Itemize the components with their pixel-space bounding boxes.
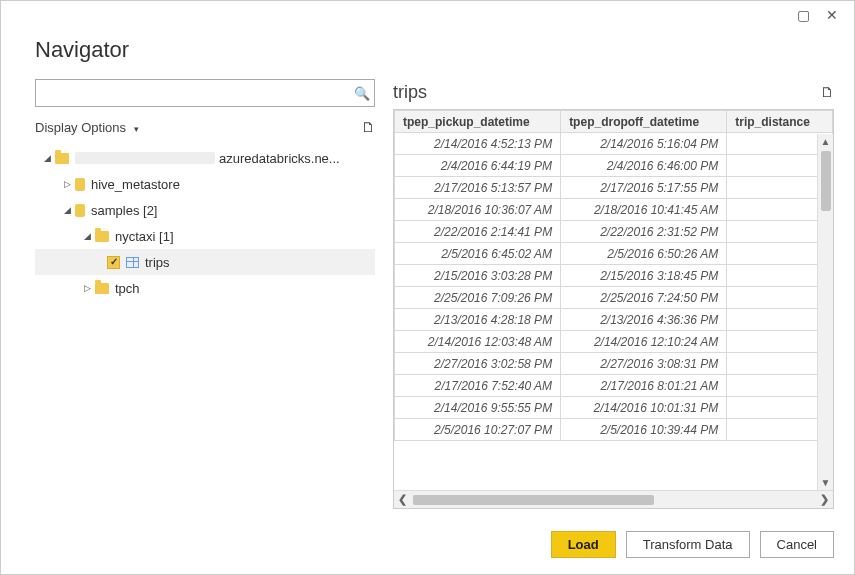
dialog-footer: Load Transform Data Cancel	[1, 519, 854, 574]
expand-icon[interactable]: ▷	[81, 283, 93, 293]
table-cell: 2/14/2016 10:01:31 PM	[561, 397, 727, 419]
table-cell: 2/13/2016 4:28:18 PM	[395, 309, 561, 331]
scroll-up-icon[interactable]: ▲	[821, 134, 831, 149]
table-cell: 2/18/2016 10:36:07 AM	[395, 199, 561, 221]
scroll-right-icon[interactable]: ❯	[820, 493, 829, 506]
table-row[interactable]: 2/17/2016 7:52:40 AM2/17/2016 8:01:21 AM	[395, 375, 833, 397]
scroll-left-icon[interactable]: ❮	[398, 493, 407, 506]
table-row[interactable]: 2/14/2016 4:52:13 PM2/14/2016 5:16:04 PM	[395, 133, 833, 155]
table-row[interactable]: 2/17/2016 5:13:57 PM2/17/2016 5:17:55 PM	[395, 177, 833, 199]
database-icon	[75, 178, 85, 191]
table-row[interactable]: 2/14/2016 9:55:55 PM2/14/2016 10:01:31 P…	[395, 397, 833, 419]
close-icon[interactable]: ✕	[826, 7, 838, 23]
search-field[interactable]: 🔍	[35, 79, 375, 107]
table-cell: 2/22/2016 2:31:52 PM	[561, 221, 727, 243]
preview-title: trips	[393, 82, 427, 103]
table-cell: 2/13/2016 4:36:36 PM	[561, 309, 727, 331]
table-row[interactable]: 2/13/2016 4:28:18 PM2/13/2016 4:36:36 PM	[395, 309, 833, 331]
table-cell: 2/4/2016 6:44:19 PM	[395, 155, 561, 177]
folder-icon	[95, 283, 109, 294]
folder-icon	[95, 231, 109, 242]
table-row[interactable]: 2/15/2016 3:03:28 PM2/15/2016 3:18:45 PM	[395, 265, 833, 287]
load-button[interactable]: Load	[551, 531, 616, 558]
table-cell: 2/15/2016 3:03:28 PM	[395, 265, 561, 287]
tree-root-label: azuredatabricks.ne...	[219, 151, 340, 166]
table-cell: 2/5/2016 6:45:02 AM	[395, 243, 561, 265]
table-row[interactable]: 2/27/2016 3:02:58 PM2/27/2016 3:08:31 PM	[395, 353, 833, 375]
collapse-icon[interactable]: ◢	[81, 231, 93, 241]
refresh-tree-icon[interactable]: 🗋	[361, 119, 375, 135]
tree-label: trips	[145, 255, 170, 270]
display-options-dropdown[interactable]: Display Options ▾	[35, 120, 139, 135]
tree-node-tpch[interactable]: ▷ tpch	[35, 275, 375, 301]
server-name-redacted	[75, 152, 215, 164]
scroll-thumb-h[interactable]	[413, 495, 654, 505]
scroll-thumb[interactable]	[821, 151, 831, 211]
column-header[interactable]: tpep_pickup_datetime	[395, 111, 561, 133]
cancel-button[interactable]: Cancel	[760, 531, 834, 558]
table-row[interactable]: 2/4/2016 6:44:19 PM2/4/2016 6:46:00 PM	[395, 155, 833, 177]
maximize-icon[interactable]: ▢	[797, 7, 810, 23]
column-header[interactable]: tpep_dropoff_datetime	[561, 111, 727, 133]
navigator-dialog: ▢ ✕ Navigator 🔍 Display Options ▾ 🗋 ◢	[0, 0, 855, 575]
preview-pane: trips 🗋 tpep_pickup_datetime tpep_dropof…	[393, 79, 834, 509]
preview-table: tpep_pickup_datetime tpep_dropoff_dateti…	[394, 110, 833, 441]
transform-data-button[interactable]: Transform Data	[626, 531, 750, 558]
folder-icon	[55, 153, 69, 164]
display-options-label: Display Options	[35, 120, 126, 135]
collapse-icon[interactable]: ◢	[61, 205, 73, 215]
titlebar: ▢ ✕	[1, 1, 854, 31]
table-cell: 2/25/2016 7:24:50 PM	[561, 287, 727, 309]
tree-label: tpch	[115, 281, 140, 296]
scroll-down-icon[interactable]: ▼	[821, 475, 831, 490]
tree-label: hive_metastore	[91, 177, 180, 192]
navigation-tree: ◢ azuredatabricks.ne... ▷ hive_metastore…	[35, 145, 375, 301]
table-cell: 2/27/2016 3:02:58 PM	[395, 353, 561, 375]
table-cell: 2/14/2016 12:10:24 AM	[561, 331, 727, 353]
table-cell: 2/17/2016 8:01:21 AM	[561, 375, 727, 397]
table-cell: 2/17/2016 7:52:40 AM	[395, 375, 561, 397]
table-cell: 2/27/2016 3:08:31 PM	[561, 353, 727, 375]
collapse-icon[interactable]: ◢	[41, 153, 53, 163]
search-icon[interactable]: 🔍	[350, 86, 374, 101]
table-cell: 2/14/2016 9:55:55 PM	[395, 397, 561, 419]
tree-node-samples[interactable]: ◢ samples [2]	[35, 197, 375, 223]
table-cell: 2/4/2016 6:46:00 PM	[561, 155, 727, 177]
table-row[interactable]: 2/5/2016 10:27:07 PM2/5/2016 10:39:44 PM	[395, 419, 833, 441]
table-row[interactable]: 2/22/2016 2:14:41 PM2/22/2016 2:31:52 PM	[395, 221, 833, 243]
checkbox-trips[interactable]	[107, 256, 120, 269]
table-cell: 2/5/2016 10:27:07 PM	[395, 419, 561, 441]
refresh-preview-icon[interactable]: 🗋	[820, 84, 834, 100]
table-cell: 2/14/2016 5:16:04 PM	[561, 133, 727, 155]
tree-label: samples [2]	[91, 203, 157, 218]
table-cell: 2/17/2016 5:17:55 PM	[561, 177, 727, 199]
table-row[interactable]: 2/18/2016 10:36:07 AM2/18/2016 10:41:45 …	[395, 199, 833, 221]
tree-node-nyctaxi[interactable]: ◢ nyctaxi [1]	[35, 223, 375, 249]
column-header[interactable]: trip_distance	[727, 111, 833, 133]
table-cell: 2/14/2016 4:52:13 PM	[395, 133, 561, 155]
expand-icon[interactable]: ▷	[61, 179, 73, 189]
table-row[interactable]: 2/25/2016 7:09:26 PM2/25/2016 7:24:50 PM	[395, 287, 833, 309]
search-input[interactable]	[36, 80, 350, 106]
tree-root-server[interactable]: ◢ azuredatabricks.ne...	[35, 145, 375, 171]
table-cell: 2/25/2016 7:09:26 PM	[395, 287, 561, 309]
dialog-title: Navigator	[1, 31, 854, 79]
table-row[interactable]: 2/5/2016 6:45:02 AM2/5/2016 6:50:26 AM	[395, 243, 833, 265]
chevron-down-icon: ▾	[134, 124, 139, 134]
left-pane: 🔍 Display Options ▾ 🗋 ◢ azuredatabricks.…	[35, 79, 375, 509]
vertical-scrollbar[interactable]: ▲ ▼	[817, 134, 833, 490]
tree-label: nyctaxi [1]	[115, 229, 174, 244]
database-icon	[75, 204, 85, 217]
horizontal-scrollbar[interactable]: ❮ ❯	[394, 490, 833, 508]
tree-node-hive-metastore[interactable]: ▷ hive_metastore	[35, 171, 375, 197]
table-icon	[126, 257, 139, 268]
table-cell: 2/18/2016 10:41:45 AM	[561, 199, 727, 221]
table-cell: 2/22/2016 2:14:41 PM	[395, 221, 561, 243]
table-row[interactable]: 2/14/2016 12:03:48 AM2/14/2016 12:10:24 …	[395, 331, 833, 353]
table-cell: 2/14/2016 12:03:48 AM	[395, 331, 561, 353]
table-cell: 2/5/2016 10:39:44 PM	[561, 419, 727, 441]
table-header-row: tpep_pickup_datetime tpep_dropoff_dateti…	[395, 111, 833, 133]
table-cell: 2/15/2016 3:18:45 PM	[561, 265, 727, 287]
table-cell: 2/17/2016 5:13:57 PM	[395, 177, 561, 199]
tree-node-trips[interactable]: trips	[35, 249, 375, 275]
